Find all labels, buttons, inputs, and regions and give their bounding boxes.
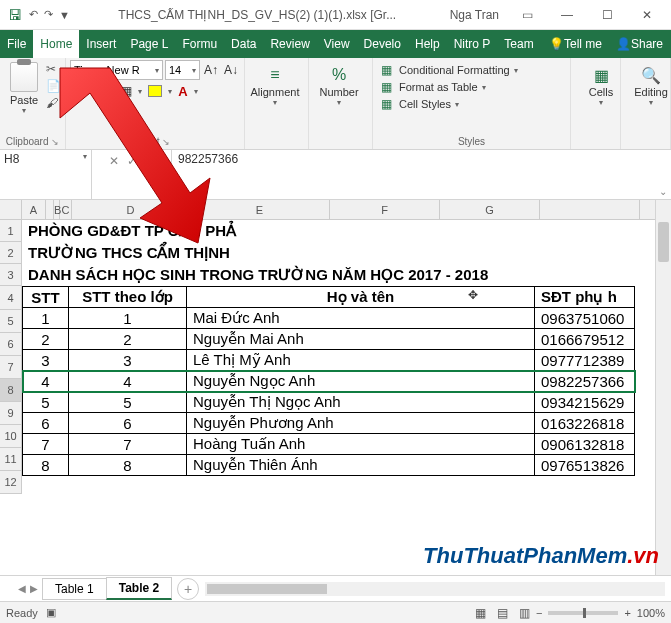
row-header[interactable]: 11 xyxy=(0,448,22,471)
close-button[interactable]: ✕ xyxy=(627,8,667,22)
zoom-out-icon[interactable]: − xyxy=(536,607,542,619)
fill-color-button[interactable] xyxy=(148,85,162,97)
tab-data[interactable]: Data xyxy=(224,30,263,58)
tab-developer[interactable]: Develo xyxy=(357,30,408,58)
col-header[interactable] xyxy=(540,200,640,219)
paste-button[interactable]: Paste ▾ xyxy=(4,60,44,115)
italic-button[interactable]: I xyxy=(85,83,89,99)
cell[interactable]: 1 xyxy=(23,308,69,329)
tab-file[interactable]: File xyxy=(0,30,33,58)
cell[interactable]: 4 xyxy=(23,371,69,392)
name-box[interactable]: H8▾ xyxy=(0,150,92,199)
zoom-slider[interactable] xyxy=(548,611,618,615)
underline-button[interactable]: U xyxy=(96,84,105,99)
tab-review[interactable]: Review xyxy=(263,30,316,58)
sheet-nav-prev-icon[interactable]: ◀ xyxy=(18,583,26,594)
cell[interactable]: 7 xyxy=(69,434,187,455)
cell[interactable]: 0982257366 xyxy=(535,371,635,392)
header-phone[interactable]: SĐT phụ h xyxy=(535,287,635,308)
editing-button[interactable]: 🔍 Editing ▾ xyxy=(625,60,671,107)
cell[interactable]: 0934215629 xyxy=(535,392,635,413)
cell[interactable]: 6 xyxy=(23,413,69,434)
cells-button[interactable]: ▦ Cells ▾ xyxy=(575,60,627,107)
font-name-selector[interactable]: Times New R▾ xyxy=(70,60,163,80)
cell[interactable]: 6 xyxy=(69,413,187,434)
page-layout-view-icon[interactable]: ▤ xyxy=(492,606,514,620)
cell[interactable]: 2 xyxy=(23,329,69,350)
col-header[interactable]: C xyxy=(60,200,72,219)
insert-function-icon[interactable]: fx xyxy=(145,154,154,169)
number-button[interactable]: % Number ▾ xyxy=(313,60,365,107)
cell-styles-button[interactable]: ▦Cell Styles ▾ xyxy=(381,97,562,111)
tab-nitro[interactable]: Nitro P xyxy=(447,30,498,58)
macro-record-icon[interactable]: ▣ xyxy=(46,606,56,619)
font-launcher-icon[interactable]: ↘ xyxy=(162,137,170,147)
zoom-level[interactable]: 100% xyxy=(637,607,665,619)
format-painter-icon[interactable]: 🖌 xyxy=(46,96,61,110)
borders-button[interactable]: ▦ xyxy=(121,84,132,98)
cell[interactable]: 4 xyxy=(69,371,187,392)
user-name[interactable]: Nga Tran xyxy=(450,8,499,22)
cell[interactable]: Nguyễn Mai Anh xyxy=(187,329,535,350)
cell[interactable]: 3 xyxy=(23,350,69,371)
table-row[interactable]: 66Nguyễn Phương Anh0163226818 xyxy=(23,413,635,434)
row-header[interactable]: 4 xyxy=(0,286,22,310)
cell[interactable]: 5 xyxy=(23,392,69,413)
alignment-button[interactable]: ≡ Alignment ▾ xyxy=(249,60,301,107)
cell[interactable]: 0977712389 xyxy=(535,350,635,371)
cell[interactable]: 0166679512 xyxy=(535,329,635,350)
scrollbar-thumb[interactable] xyxy=(658,222,669,262)
list-title[interactable]: DANH SÁCH HỌC SINH TRONG TRƯỜNG NĂM HỌC … xyxy=(22,264,635,286)
tab-view[interactable]: View xyxy=(317,30,357,58)
formula-input[interactable]: 982257366 ⌄ xyxy=(172,150,671,199)
row-header[interactable]: 9 xyxy=(0,402,22,425)
ribbon-options-icon[interactable]: ▭ xyxy=(507,8,547,22)
col-header[interactable]: G xyxy=(440,200,540,219)
font-size-selector[interactable]: 14▾ xyxy=(165,60,200,80)
tell-me-search[interactable]: 💡 Tell me xyxy=(543,30,608,58)
row-header[interactable]: 8 xyxy=(0,379,22,402)
zoom-in-icon[interactable]: + xyxy=(624,607,630,619)
bold-button[interactable]: B xyxy=(70,84,79,99)
row-header[interactable]: 2 xyxy=(0,242,22,264)
table-row[interactable]: 33Lê Thị Mỹ Anh0977712389 xyxy=(23,350,635,371)
col-header[interactable]: A xyxy=(22,200,46,219)
table-row[interactable]: 11Mai Đức Anh0963751060 xyxy=(23,308,635,329)
expand-formula-bar-icon[interactable]: ⌄ xyxy=(659,186,667,197)
page-break-view-icon[interactable]: ▥ xyxy=(514,606,536,620)
redo-icon[interactable]: ↷ xyxy=(44,8,53,21)
col-header[interactable] xyxy=(46,200,54,219)
table-row[interactable]: 88Nguyễn Thiên Ánh0976513826 xyxy=(23,455,635,476)
clipboard-launcher-icon[interactable]: ↘ xyxy=(51,137,59,147)
col-header[interactable]: D xyxy=(72,200,190,219)
add-sheet-button[interactable]: + xyxy=(177,578,199,600)
save-icon[interactable]: 🖫 xyxy=(8,7,22,23)
tab-team[interactable]: Team xyxy=(497,30,540,58)
row-header[interactable]: 5 xyxy=(0,310,22,333)
minimize-button[interactable]: — xyxy=(547,8,587,22)
format-as-table-button[interactable]: ▦Format as Table ▾ xyxy=(381,80,562,94)
row-header[interactable]: 7 xyxy=(0,356,22,379)
cell[interactable]: Nguyễn Thị Ngọc Anh xyxy=(187,392,535,413)
cancel-formula-icon[interactable]: ✕ xyxy=(109,154,119,168)
copy-icon[interactable]: 📄 xyxy=(46,79,61,93)
sheet-nav-next-icon[interactable]: ▶ xyxy=(30,583,38,594)
cell[interactable]: 0963751060 xyxy=(535,308,635,329)
cell[interactable]: 8 xyxy=(69,455,187,476)
header-name[interactable]: Họ và tên xyxy=(187,287,535,308)
org-line-1[interactable]: PHÒNG GD&ĐT TP CẨM PHẢ xyxy=(22,220,635,242)
qat-dropdown-icon[interactable]: ▼ xyxy=(59,9,70,21)
sheet-tab[interactable]: Table 2 xyxy=(106,577,172,600)
cell[interactable]: 7 xyxy=(23,434,69,455)
enter-formula-icon[interactable]: ✓ xyxy=(127,154,137,168)
header-stt-lop[interactable]: STT theo lớp xyxy=(69,287,187,308)
row-header[interactable]: 10 xyxy=(0,425,22,448)
conditional-formatting-button[interactable]: ▦Conditional Formatting ▾ xyxy=(381,63,562,77)
cut-icon[interactable]: ✂ xyxy=(46,62,61,76)
cell[interactable]: 8 xyxy=(23,455,69,476)
table-row[interactable]: 22Nguyễn Mai Anh0166679512 xyxy=(23,329,635,350)
cell[interactable]: 0976513826 xyxy=(535,455,635,476)
cell[interactable]: 0906132818 xyxy=(535,434,635,455)
cell[interactable]: 0163226818 xyxy=(535,413,635,434)
cell[interactable]: Hoàng Tuấn Anh xyxy=(187,434,535,455)
